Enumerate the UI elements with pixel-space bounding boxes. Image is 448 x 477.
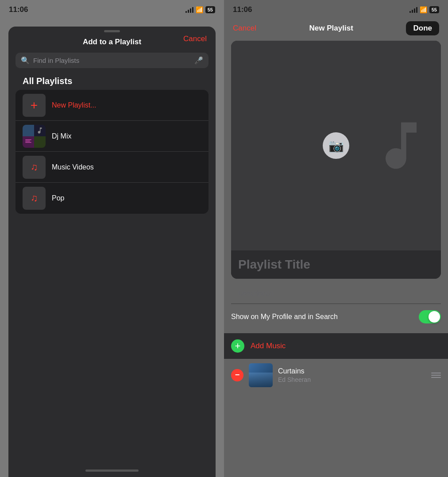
wifi-icon-left: 📶 bbox=[196, 6, 203, 13]
album-cell-2 bbox=[34, 125, 46, 136]
status-icons-left: 📶 55 bbox=[185, 6, 215, 13]
new-playlist-title: New Playlist bbox=[309, 24, 353, 33]
signal-icon-left bbox=[185, 7, 193, 13]
pop-name: Pop bbox=[52, 194, 64, 202]
cover-image-area[interactable]: 📷 bbox=[231, 41, 441, 250]
song-artwork-inner bbox=[249, 373, 273, 387]
pop-icon-box: ♫ bbox=[23, 187, 46, 210]
album-cell-4 bbox=[34, 136, 46, 148]
svg-rect-1 bbox=[25, 141, 30, 142]
playlist-title-placeholder[interactable]: Playlist Title bbox=[238, 258, 310, 271]
album-cell-3 bbox=[23, 136, 34, 148]
new-playlist-name: New Playlist... bbox=[52, 101, 96, 109]
modal-handle bbox=[104, 30, 120, 32]
playlist-item-pop[interactable]: ♫ Pop bbox=[15, 183, 209, 214]
all-playlists-label: All Playlists bbox=[15, 76, 209, 86]
add-music-row[interactable]: + Add Music bbox=[224, 333, 448, 359]
add-music-plus-icon: + bbox=[231, 339, 244, 353]
toggle-switch[interactable] bbox=[419, 310, 441, 323]
song-artist: Ed Sheeran bbox=[278, 376, 426, 383]
svg-rect-0 bbox=[25, 139, 31, 140]
drag-handle[interactable] bbox=[431, 373, 441, 378]
dj-mix-name: Dj Mix bbox=[52, 132, 71, 140]
camera-icon: 📷 bbox=[328, 138, 344, 153]
home-indicator-left bbox=[85, 469, 139, 472]
toggle-row: Show on My Profile and in Search bbox=[224, 304, 448, 330]
music-note-icon-pop: ♫ bbox=[31, 192, 38, 204]
time-right: 11:06 bbox=[233, 5, 252, 14]
plus-icon: + bbox=[31, 98, 38, 112]
search-placeholder: Find in Playlists bbox=[33, 57, 191, 64]
playlist-item-music-videos[interactable]: ♫ Music Videos bbox=[15, 152, 209, 183]
add-to-playlist-modal: Add to a Playlist Cancel 🔍 Find in Playl… bbox=[8, 27, 216, 477]
done-button[interactable]: Done bbox=[406, 21, 439, 35]
playlist-item-dj-mix[interactable]: Dj Mix bbox=[15, 121, 209, 152]
music-videos-name: Music Videos bbox=[52, 163, 94, 171]
description-area[interactable]: Description bbox=[231, 283, 441, 304]
camera-button[interactable]: 📷 bbox=[323, 132, 349, 159]
song-title: Curtains bbox=[278, 367, 426, 375]
playlist-cover-area: 📷 Playlist Title bbox=[231, 41, 441, 279]
playlist-list: + New Playlist... bbox=[15, 90, 209, 214]
song-artwork bbox=[249, 363, 273, 387]
search-icon: 🔍 bbox=[21, 56, 30, 65]
dj-mix-artwork bbox=[23, 125, 46, 148]
song-row-0: − Curtains Ed Sheeran bbox=[224, 359, 448, 392]
drag-line-2 bbox=[431, 375, 441, 376]
right-panel: 11:06 📶 55 Cancel New Playlist Done 📷 bbox=[224, 0, 448, 477]
drag-line-1 bbox=[431, 373, 441, 373]
minus-icon: − bbox=[235, 371, 240, 379]
left-panel: 11:06 📶 55 Add to a Playlist Cancel 🔍 Fi… bbox=[0, 0, 224, 477]
song-info: Curtains Ed Sheeran bbox=[278, 367, 426, 383]
new-playlist-header: Cancel New Playlist Done bbox=[224, 18, 448, 41]
status-bar-right: 11:06 📶 55 bbox=[224, 0, 448, 18]
bg-music-icon bbox=[370, 115, 432, 177]
cover-title-area: Playlist Title bbox=[231, 250, 441, 279]
modal-title: Add to a Playlist bbox=[83, 38, 141, 46]
add-music-label: Add Music bbox=[251, 342, 286, 350]
music-note-icon: ♫ bbox=[31, 162, 38, 173]
mic-icon[interactable]: 🎤 bbox=[194, 56, 203, 65]
description-placeholder: Description bbox=[238, 289, 274, 297]
svg-rect-2 bbox=[25, 142, 31, 143]
playlist-item-new[interactable]: + New Playlist... bbox=[15, 90, 209, 121]
toggle-label: Show on My Profile and in Search bbox=[231, 313, 338, 321]
remove-song-button[interactable]: − bbox=[231, 369, 243, 381]
battery-left: 55 bbox=[205, 6, 215, 13]
music-videos-icon-box: ♫ bbox=[23, 156, 46, 179]
status-bar-left: 11:06 📶 55 bbox=[0, 0, 224, 18]
battery-right: 55 bbox=[429, 6, 439, 13]
new-playlist-icon-box: + bbox=[23, 94, 46, 117]
album-cell-1 bbox=[23, 125, 34, 136]
toggle-knob bbox=[429, 311, 440, 323]
search-bar[interactable]: 🔍 Find in Playlists 🎤 bbox=[15, 53, 209, 68]
signal-icon-right bbox=[409, 7, 417, 13]
status-icons-right: 📶 55 bbox=[409, 6, 439, 13]
drag-line-3 bbox=[431, 377, 441, 378]
modal-cancel-button[interactable]: Cancel bbox=[183, 35, 207, 43]
wifi-icon-right: 📶 bbox=[420, 6, 427, 13]
time-left: 11:06 bbox=[9, 5, 28, 14]
cancel-button[interactable]: Cancel bbox=[233, 24, 256, 33]
